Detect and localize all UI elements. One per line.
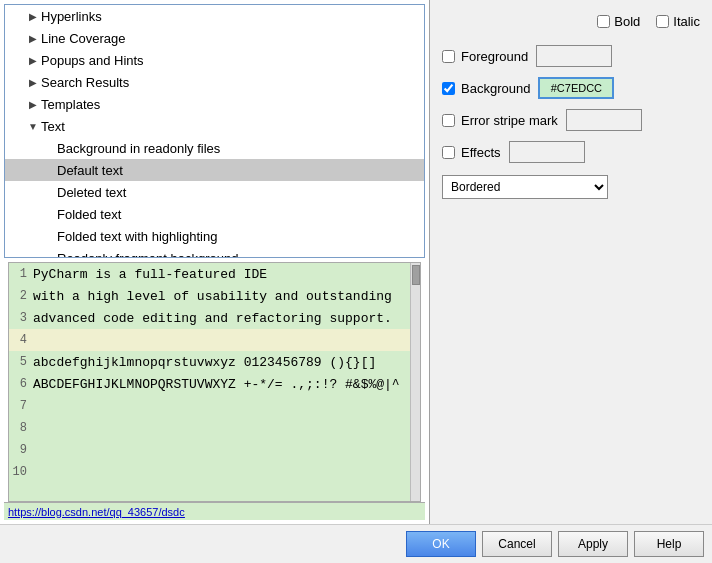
line-content-1: PyCharm is a full-featured IDE: [33, 267, 410, 282]
tree-item-popups-hints[interactable]: ▶ Popups and Hints: [5, 49, 424, 71]
tree-label-templates: Templates: [41, 97, 100, 112]
tree-label-popups: Popups and Hints: [41, 53, 144, 68]
top-checks: Bold Italic: [597, 8, 700, 37]
effects-checkbox[interactable]: [442, 146, 455, 159]
foreground-row: Foreground: [442, 43, 700, 69]
effects-color-box[interactable]: [509, 141, 585, 163]
tree-item-templates[interactable]: ▶ Templates: [5, 93, 424, 115]
status-bar: https://blog.csdn.net/qq_43657/dsdc: [4, 502, 425, 520]
tree-label-folded-h: Folded text with highlighting: [57, 229, 217, 244]
line-num-6: 6: [9, 377, 33, 391]
error-stripe-text: Error stripe mark: [461, 113, 558, 128]
tree-label-hyperlinks: Hyperlinks: [41, 9, 102, 24]
help-button[interactable]: Help: [634, 531, 704, 557]
line-content-2: with a high level of usability and outst…: [33, 289, 410, 304]
preview-line-8: 8: [9, 417, 420, 439]
foreground-label[interactable]: Foreground: [442, 49, 528, 64]
italic-checkbox[interactable]: [656, 15, 669, 28]
expand-icon-templates: ▶: [25, 96, 41, 112]
effects-text: Effects: [461, 145, 501, 160]
tree-item-deleted-text[interactable]: Deleted text: [5, 181, 424, 203]
apply-button[interactable]: Apply: [558, 531, 628, 557]
preview-line-6: 6 ABCDEFGHIJKLMNOPQRSTUVWXYZ +-*/= .,;:!…: [9, 373, 420, 395]
bold-text: Bold: [614, 14, 640, 29]
tree-label-line-coverage: Line Coverage: [41, 31, 126, 46]
tree-item-readonly-frag[interactable]: Readonly fragment background: [5, 247, 424, 258]
line-num-1: 1: [9, 267, 33, 281]
line-content-3: advanced code editing and refactoring su…: [33, 311, 410, 326]
foreground-checkbox[interactable]: [442, 50, 455, 63]
error-stripe-color-box[interactable]: [566, 109, 642, 131]
line-num-5: 5: [9, 355, 33, 369]
expand-icon-search: ▶: [25, 74, 41, 90]
bold-checkbox[interactable]: [597, 15, 610, 28]
tree-container[interactable]: ▶ Hyperlinks ▶ Line Coverage ▶ Popups an…: [4, 4, 425, 258]
expand-icon-deleted: [41, 184, 57, 200]
effects-label[interactable]: Effects: [442, 145, 501, 160]
error-stripe-row: Error stripe mark: [442, 107, 700, 133]
error-stripe-checkbox[interactable]: [442, 114, 455, 127]
line-num-10: 10: [9, 465, 33, 479]
expand-icon-hyperlinks: ▶: [25, 8, 41, 24]
background-color-box[interactable]: #C7EDCC: [538, 77, 614, 99]
dialog: ▶ Hyperlinks ▶ Line Coverage ▶ Popups an…: [0, 0, 712, 563]
tree-item-folded-text[interactable]: Folded text: [5, 203, 424, 225]
tree-label-deleted: Deleted text: [57, 185, 126, 200]
effects-dropdown-row: Bordered Underscored Bold underscored Do…: [442, 175, 700, 199]
line-content-5: abcdefghijklmnopqrstuvwxyz 0123456789 ()…: [33, 355, 412, 370]
preview-line-4: 4: [9, 329, 420, 351]
preview-line-3: 3 advanced code editing and refactoring …: [9, 307, 420, 329]
preview-line-9: 9: [9, 439, 420, 461]
expand-icon-line-coverage: ▶: [25, 30, 41, 46]
tree-item-hyperlinks[interactable]: ▶ Hyperlinks: [5, 5, 424, 27]
scrollbar[interactable]: [410, 263, 420, 501]
foreground-color-box[interactable]: [536, 45, 612, 67]
preview-line-7: 7: [9, 395, 420, 417]
line-num-2: 2: [9, 289, 33, 303]
preview-line-10: 10: [9, 461, 420, 483]
background-row: Background #C7EDCC: [442, 75, 700, 101]
effects-row: Effects: [442, 139, 700, 165]
effects-dropdown-wrapper[interactable]: Bordered Underscored Bold underscored Do…: [442, 175, 608, 199]
tree-label-search: Search Results: [41, 75, 129, 90]
tree-label-folded: Folded text: [57, 207, 121, 222]
tree-item-search-results[interactable]: ▶ Search Results: [5, 71, 424, 93]
line-num-3: 3: [9, 311, 33, 325]
expand-icon-popups: ▶: [25, 52, 41, 68]
status-url[interactable]: https://blog.csdn.net/qq_43657/dsdc: [8, 506, 185, 518]
tree-label-text: Text: [41, 119, 65, 134]
line-num-7: 7: [9, 399, 33, 413]
cancel-button[interactable]: Cancel: [482, 531, 552, 557]
line-num-9: 9: [9, 443, 33, 457]
background-checkbox[interactable]: [442, 82, 455, 95]
bold-label[interactable]: Bold: [597, 14, 640, 29]
tree-item-default-text[interactable]: Default text: [5, 159, 424, 181]
line-content-6: ABCDEFGHIJKLMNOPQRSTUVWXYZ +-*/= .,;:!? …: [33, 377, 412, 392]
right-panel: Bold Italic Foreground Backgro: [430, 0, 712, 524]
expand-icon-default: [41, 162, 57, 178]
bottom-bar: OK Cancel Apply Help: [0, 524, 712, 563]
preview-line-5: 5 abcdefghijklmnopqrstuvwxyz 0123456789 …: [9, 351, 420, 373]
preview-line-1: 1 PyCharm is a full-featured IDE: [9, 263, 420, 285]
scrollbar-thumb[interactable]: [412, 265, 420, 285]
main-content: ▶ Hyperlinks ▶ Line Coverage ▶ Popups an…: [0, 0, 712, 524]
tree-item-folded-highlight[interactable]: Folded text with highlighting: [5, 225, 424, 247]
effects-dropdown-select[interactable]: Bordered Underscored Bold underscored Do…: [442, 175, 608, 199]
background-label[interactable]: Background: [442, 81, 530, 96]
preview-lines: 1 PyCharm is a full-featured IDE 2 with …: [9, 263, 420, 501]
italic-label[interactable]: Italic: [656, 14, 700, 29]
tree-item-line-coverage[interactable]: ▶ Line Coverage: [5, 27, 424, 49]
ok-button[interactable]: OK: [406, 531, 476, 557]
preview-area: 1 PyCharm is a full-featured IDE 2 with …: [8, 262, 421, 502]
expand-icon-readonly: [41, 250, 57, 258]
expand-icon-bg-readonly: [41, 140, 57, 156]
background-color-value: #C7EDCC: [540, 79, 612, 97]
tree-label-bg-readonly: Background in readonly files: [57, 141, 220, 156]
tree-item-text[interactable]: ▼ Text: [5, 115, 424, 137]
preview-line-2: 2 with a high level of usability and out…: [9, 285, 420, 307]
background-text: Background: [461, 81, 530, 96]
error-stripe-label[interactable]: Error stripe mark: [442, 113, 558, 128]
expand-icon-text: ▼: [25, 118, 41, 134]
italic-text: Italic: [673, 14, 700, 29]
tree-item-bg-readonly[interactable]: Background in readonly files: [5, 137, 424, 159]
